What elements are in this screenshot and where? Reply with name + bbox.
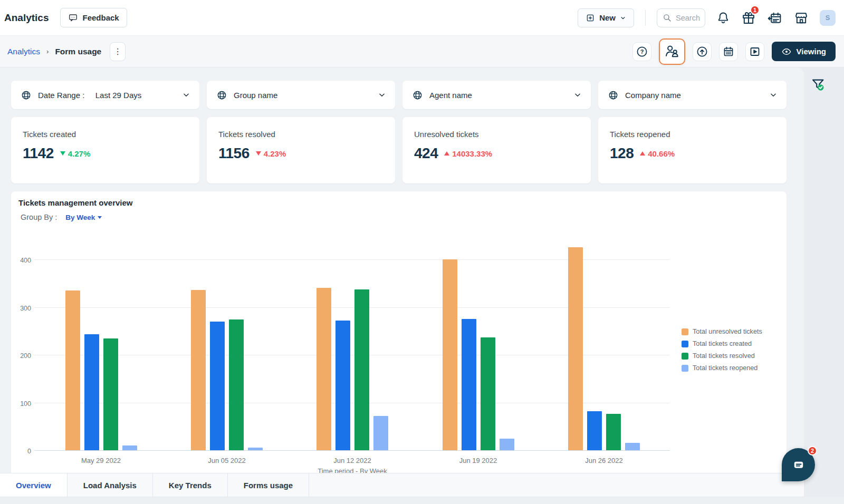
bar-total-tickets-resolved-jun-19-2022[interactable] <box>481 337 495 450</box>
filter-dropdown-date-range-[interactable]: Date Range : Last 29 Days <box>11 81 199 109</box>
switch-version-calendar-icon[interactable] <box>767 11 783 25</box>
bar-group-jun-12-2022 <box>316 288 388 450</box>
bar-total-unresolved-tickets-jun-05-2022[interactable] <box>191 290 206 450</box>
kpi-value: 1156 <box>218 145 250 162</box>
trend-triangle-icon <box>640 151 645 156</box>
bar-total-tickets-reopened-jun-26-2022[interactable] <box>625 443 640 450</box>
bar-total-tickets-created-jun-19-2022[interactable] <box>462 319 476 450</box>
breadcrumb-analytics-link[interactable]: Analytics <box>7 47 40 56</box>
breadcrumb-chevron-icon: › <box>46 47 49 55</box>
presentation-play-button[interactable] <box>745 42 764 61</box>
bar-total-unresolved-tickets-jun-12-2022[interactable] <box>316 288 331 450</box>
filter-row: Date Range : Last 29 Days Group name <box>11 81 787 109</box>
bar-total-tickets-reopened-may-29-2022[interactable] <box>122 445 137 450</box>
tab-overview[interactable]: Overview <box>0 473 68 497</box>
bar-total-tickets-reopened-jun-19-2022[interactable] <box>500 439 514 450</box>
trend-triangle-icon <box>444 151 449 156</box>
group-by-dropdown[interactable]: By Week <box>65 214 102 221</box>
bar-group-jun-26-2022 <box>568 247 640 450</box>
tickets-overview-chart-card: Tickets management overview Group By : B… <box>11 191 787 479</box>
user-avatar[interactable]: S <box>820 10 836 26</box>
bar-total-tickets-created-jun-26-2022[interactable] <box>587 411 602 450</box>
filter-dropdown-group-name[interactable]: Group name <box>207 81 395 109</box>
viewing-mode-button[interactable]: Viewing <box>772 42 836 61</box>
kpi-label: Unresolved tickets <box>414 130 579 139</box>
legend-swatch-icon <box>682 365 688 372</box>
legend-swatch-icon <box>682 328 688 335</box>
search-box[interactable] <box>657 8 705 27</box>
kpi-row: Tickets created 1142 4.27% Tickets resol… <box>11 117 787 183</box>
eye-icon <box>781 46 792 57</box>
bar-total-tickets-resolved-may-29-2022[interactable] <box>103 338 118 450</box>
filter-value: Last 29 Days <box>95 91 142 100</box>
kpi-card-tickets-created: Tickets created 1142 4.27% <box>11 117 199 183</box>
feedback-button[interactable]: Feedback <box>60 8 127 27</box>
svg-text:?: ? <box>640 49 644 55</box>
tab-key-trends[interactable]: Key Trends <box>153 473 228 497</box>
header-divider <box>645 10 646 26</box>
plus-square-icon <box>586 13 595 23</box>
legend-item-total-tickets-created[interactable]: Total tickets created <box>682 340 762 347</box>
bar-total-tickets-created-jun-05-2022[interactable] <box>210 322 225 450</box>
y-axis-tick-0: 0 <box>12 448 31 455</box>
tab-load-analysis[interactable]: Load Analysis <box>68 473 153 497</box>
analytics-page: Analytics Feedback <box>0 0 844 504</box>
new-label: New <box>599 13 616 22</box>
legend-item-total-tickets-reopened[interactable]: Total tickets reopened <box>682 364 762 372</box>
bar-total-tickets-resolved-jun-05-2022[interactable] <box>229 319 244 450</box>
filter-dropdown-company-name[interactable]: Company name <box>598 81 787 109</box>
x-axis-label-jun-05-2022: Jun 05 2022 <box>185 457 269 464</box>
kpi-value: 128 <box>610 145 634 162</box>
chat-bubble-icon <box>790 456 808 474</box>
filter-label: Date Range : <box>38 91 89 100</box>
chevron-down-icon <box>378 91 386 99</box>
legend-item-total-unresolved-tickets[interactable]: Total unresolved tickets <box>682 328 762 335</box>
x-axis-label-jun-12-2022: Jun 12 2022 <box>310 457 395 464</box>
kpi-delta: 4.27% <box>60 149 91 158</box>
x-axis-label-may-29-2022: May 29 2022 <box>59 457 143 464</box>
kpi-delta: 40.66% <box>640 149 675 158</box>
bar-total-tickets-created-may-29-2022[interactable] <box>84 334 99 450</box>
bottom-tab-bar: OverviewLoad AnalysisKey TrendsForms usa… <box>0 473 804 497</box>
notifications-bell-icon[interactable] <box>716 11 730 25</box>
legend-item-total-tickets-resolved[interactable]: Total tickets resolved <box>682 352 762 360</box>
marketplace-store-icon[interactable] <box>794 11 809 25</box>
bar-total-unresolved-tickets-jun-26-2022[interactable] <box>568 247 583 450</box>
chevron-down-icon <box>574 91 581 99</box>
globe-icon <box>412 90 423 101</box>
bar-total-tickets-reopened-jun-05-2022[interactable] <box>248 448 263 450</box>
schedule-calendar-button[interactable] <box>719 42 738 61</box>
chevron-down-icon <box>620 15 626 21</box>
bar-total-tickets-resolved-jun-12-2022[interactable] <box>354 289 369 450</box>
share-audience-button[interactable] <box>659 38 685 65</box>
chat-launcher-button[interactable]: 2 <box>782 448 815 481</box>
bar-total-tickets-created-jun-12-2022[interactable] <box>335 321 350 450</box>
filter-label: Agent name <box>429 91 472 100</box>
bar-group-jun-19-2022 <box>443 259 514 450</box>
bar-total-unresolved-tickets-may-29-2022[interactable] <box>65 290 80 450</box>
bar-group-jun-05-2022 <box>191 290 263 450</box>
filter-label: Company name <box>625 91 681 100</box>
applied-filters-funnel-icon[interactable] <box>810 77 826 93</box>
whats-new-gift-icon[interactable]: 1 <box>741 11 756 25</box>
kpi-delta-value: 4.27% <box>68 149 91 158</box>
bar-total-tickets-resolved-jun-26-2022[interactable] <box>606 414 621 450</box>
below-tabs-strip <box>0 497 844 504</box>
trend-triangle-icon <box>60 151 65 156</box>
chart-title: Tickets management overview <box>18 198 133 207</box>
tab-forms-usage[interactable]: Forms usage <box>228 473 309 497</box>
chevron-down-icon <box>770 91 777 99</box>
filter-dropdown-agent-name[interactable]: Agent name <box>402 81 591 109</box>
new-button[interactable]: New <box>578 8 634 27</box>
filter-label: Group name <box>234 91 277 100</box>
search-icon <box>663 13 672 22</box>
bar-total-tickets-reopened-jun-12-2022[interactable] <box>373 416 388 450</box>
bar-total-unresolved-tickets-jun-19-2022[interactable] <box>443 259 457 450</box>
search-input[interactable] <box>676 14 705 22</box>
kpi-card-unresolved-tickets: Unresolved tickets 424 14033.33% <box>402 117 591 183</box>
feedback-icon <box>68 13 78 23</box>
report-options-kebab-button[interactable]: ⋮ <box>110 42 126 61</box>
legend-swatch-icon <box>682 353 688 360</box>
export-button[interactable] <box>693 42 712 61</box>
help-button[interactable]: ? <box>632 42 651 61</box>
